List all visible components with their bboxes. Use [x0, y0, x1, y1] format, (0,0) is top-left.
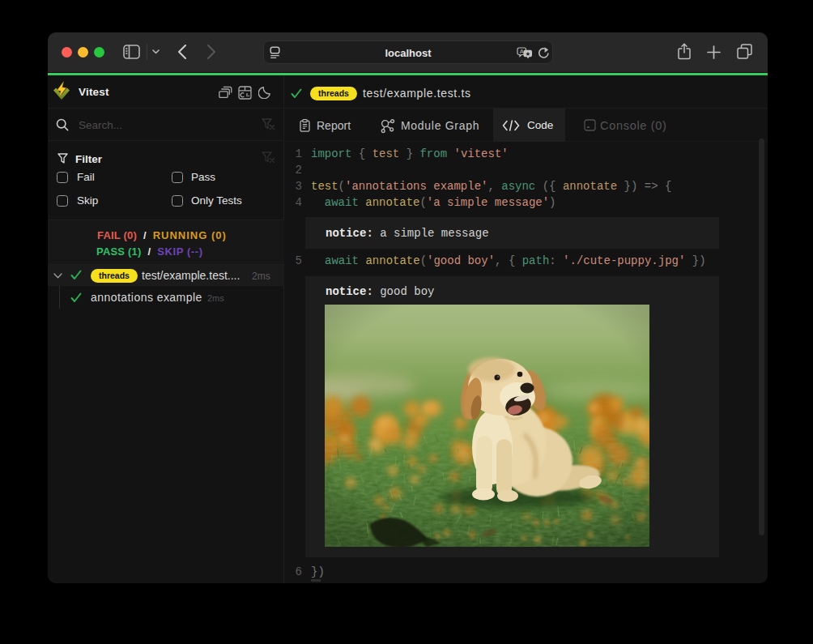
- svg-text:★: ★: [525, 50, 530, 58]
- svg-text:A: A: [520, 48, 524, 55]
